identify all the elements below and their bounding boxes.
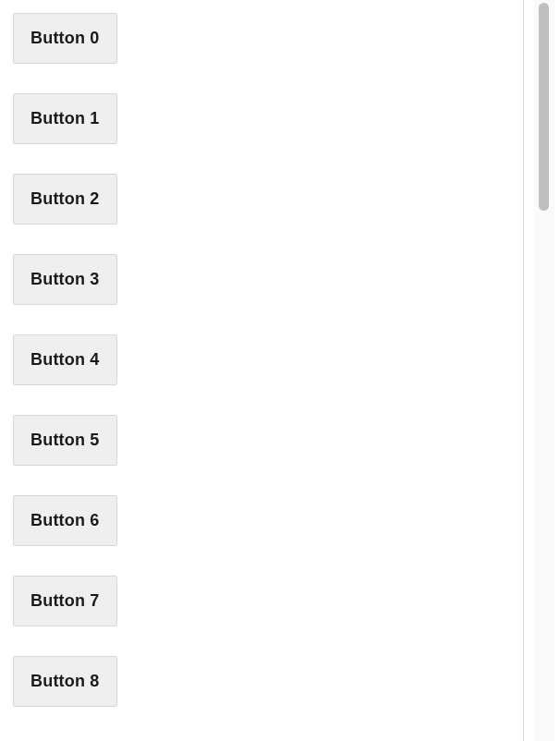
button-7[interactable]: Button 7 — [13, 576, 117, 626]
button-1[interactable]: Button 1 — [13, 93, 117, 144]
scrollbar-track[interactable] — [534, 0, 554, 741]
button-6[interactable]: Button 6 — [13, 495, 117, 546]
button-row: Button 5 — [13, 415, 510, 466]
button-row: Button 7 — [13, 576, 510, 626]
content-area: Button 0 Button 1 Button 2 Button 3 Butt… — [0, 0, 524, 741]
button-row: Button 0 — [13, 13, 510, 64]
button-row: Button 1 — [13, 93, 510, 144]
button-0[interactable]: Button 0 — [13, 13, 117, 64]
button-row: Button 3 — [13, 254, 510, 305]
button-row: Button 4 — [13, 334, 510, 385]
button-row: Button 6 — [13, 495, 510, 546]
button-2[interactable]: Button 2 — [13, 174, 117, 225]
button-8[interactable]: Button 8 — [13, 656, 117, 707]
button-4[interactable]: Button 4 — [13, 334, 117, 385]
scrollbar-thumb[interactable] — [539, 3, 549, 211]
button-5[interactable]: Button 5 — [13, 415, 117, 466]
button-3[interactable]: Button 3 — [13, 254, 117, 305]
button-row: Button 8 — [13, 656, 510, 707]
button-row: Button 2 — [13, 174, 510, 225]
